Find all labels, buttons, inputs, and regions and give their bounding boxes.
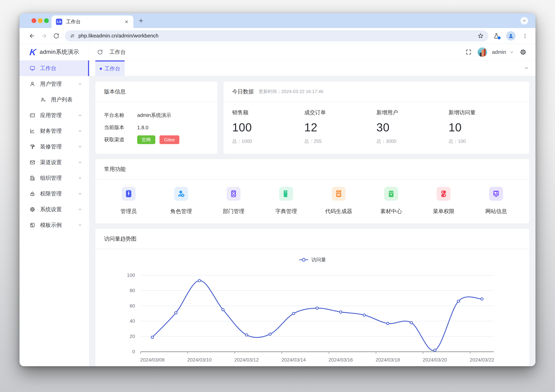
stat-total: 总：1000 — [232, 138, 304, 145]
svg-text:2024/03/18: 2024/03/18 — [376, 357, 400, 363]
channel-button-gitee[interactable]: Gitee — [160, 135, 179, 144]
user-list-icon — [40, 97, 46, 102]
sidebar-item-label: 财务管理 — [40, 127, 73, 135]
site-icon — [489, 187, 503, 201]
reload-button[interactable] — [50, 33, 62, 39]
tab-favicon: LA — [56, 19, 62, 25]
new-tab-button[interactable] — [138, 18, 144, 24]
feature-item-dict[interactable]: 字典管理 — [260, 187, 312, 215]
tag-workbench[interactable]: 工作台 — [95, 60, 125, 76]
chart-legend[interactable]: 访问量 — [95, 249, 529, 263]
stat-value: 30 — [377, 121, 449, 134]
active-tag-dot — [100, 68, 102, 70]
sidebar-item-app[interactable]: 应用管理 — [20, 108, 89, 123]
channel-button-官网[interactable]: 官网 — [137, 135, 155, 144]
active-tag-label: 工作台 — [105, 65, 120, 72]
tab-close-icon[interactable] — [124, 20, 129, 24]
browser-tab-active[interactable]: LA 工作台 — [51, 15, 133, 28]
user-menu-chevron-icon[interactable] — [510, 50, 514, 54]
minimize-window-button[interactable] — [38, 18, 43, 23]
browser-toolbar: php.likeadmin.cn/admin/workbench — [20, 28, 535, 44]
code-icon — [332, 187, 346, 201]
bookmark-star-icon[interactable] — [478, 33, 483, 39]
user-icon — [30, 81, 35, 87]
sidebar-item-label: 渠道设置 — [40, 159, 73, 166]
feature-label: 菜单权限 — [433, 208, 454, 215]
sidebar-item-decorate[interactable]: 装修管理 — [20, 139, 89, 154]
today-stat: 成交订单 12 总：255 — [304, 109, 377, 145]
stat-total: 总：3000 — [377, 138, 449, 145]
feature-item-material[interactable]: 素材中心 — [365, 187, 417, 215]
feature-item-site[interactable]: 网站信息 — [470, 187, 522, 215]
chevron-down-icon — [78, 176, 82, 180]
today-stat: 销售额 100 总：1000 — [232, 109, 304, 145]
feature-label: 字典管理 — [275, 208, 297, 215]
logo-mark: K — [29, 48, 37, 57]
chevron-down-icon — [78, 207, 82, 211]
fullscreen-icon[interactable] — [465, 49, 472, 55]
browser-tab-strip: LA 工作台 — [20, 13, 535, 28]
experiments-flask-icon[interactable] — [493, 33, 500, 39]
app-logo[interactable]: K admin系统演示 — [20, 44, 89, 60]
chevron-down-icon — [78, 129, 82, 133]
lock-icon — [30, 191, 35, 196]
sidebar-item-monitor[interactable]: 工作台 — [20, 60, 89, 76]
sidebar-item-label: 应用管理 — [40, 112, 73, 119]
sidebar-item-label: 模板示例 — [40, 221, 73, 229]
version-row-value: admin系统演示 — [137, 112, 171, 119]
feature-item-dept[interactable]: 部门管理 — [207, 187, 260, 215]
dept-icon — [226, 187, 241, 201]
version-row-value: 1.8.0 — [137, 125, 148, 131]
stat-total: 总：255 — [304, 138, 377, 145]
admin-app: K admin系统演示 工作台 admin 工作台用户管理用户列表应用管理财务管… — [20, 44, 535, 366]
sidebar-item-lock[interactable]: 权限管理 — [20, 186, 89, 202]
settings-gear-icon[interactable] — [520, 49, 526, 55]
sidebar-item-channel[interactable]: 渠道设置 — [20, 154, 89, 170]
feature-item-menu-auth[interactable]: 菜单权限 — [417, 187, 470, 215]
sidebar-item-gear[interactable]: 系统设置 — [20, 202, 89, 217]
url-bar[interactable]: php.likeadmin.cn/admin/workbench — [65, 30, 489, 42]
workbench-content: 版本信息 平台名称admin系统演示当前版本1.8.0获取渠道官网Gitee 今… — [89, 76, 535, 366]
username[interactable]: admin — [492, 49, 506, 55]
forward-button[interactable] — [38, 33, 50, 39]
sidebar-item-label: 组织管理 — [40, 174, 73, 182]
feature-item-admin[interactable]: 管理员 — [102, 187, 155, 215]
user-avatar[interactable] — [478, 47, 487, 57]
stat-label: 成交订单 — [304, 109, 377, 116]
back-button[interactable] — [26, 33, 38, 39]
breadcrumb: 工作台 — [97, 48, 126, 56]
sidebar-item-user-list[interactable]: 用户列表 — [20, 92, 89, 108]
sidebar-nav: 工作台用户管理用户列表应用管理财务管理装修管理渠道设置组织管理权限管理系统设置模… — [20, 60, 89, 366]
refresh-page-icon[interactable] — [97, 49, 103, 55]
visits-trend-card: 访问量趋势图 访问量 0204060801002024/03/082024/03… — [95, 229, 529, 366]
browser-menu-icon[interactable] — [522, 33, 528, 39]
site-settings-icon[interactable] — [70, 33, 75, 38]
sidebar-item-template[interactable]: 模板示例 — [20, 217, 89, 233]
breadcrumb-label: 工作台 — [110, 48, 126, 56]
tag-bar: 工作台 — [89, 60, 535, 76]
svg-text:80: 80 — [130, 288, 135, 293]
sidebar-item-finance[interactable]: 财务管理 — [20, 123, 89, 139]
version-row-label: 平台名称 — [104, 112, 137, 119]
version-info-card: 版本信息 平台名称admin系统演示当前版本1.8.0获取渠道官网Gitee — [95, 81, 217, 154]
close-window-button[interactable] — [32, 18, 36, 23]
flask-notification-dot — [498, 36, 501, 39]
chevron-up-icon — [78, 82, 82, 86]
legend-line-symbol-icon — [299, 257, 308, 262]
tagbar-chevron-down-icon[interactable] — [524, 66, 529, 71]
sidebar-item-label: 权限管理 — [40, 190, 73, 197]
window-controls — [32, 18, 49, 23]
feature-item-code[interactable]: 代码生成器 — [312, 187, 365, 215]
sidebar-item-user[interactable]: 用户管理 — [20, 76, 89, 92]
monitor-icon — [30, 65, 35, 71]
tabstrip-chevron-down-icon[interactable] — [520, 17, 528, 25]
feature-label: 代码生成器 — [325, 208, 352, 215]
stat-value: 12 — [304, 121, 377, 134]
feature-item-role[interactable]: 角色管理 — [155, 187, 207, 215]
org-icon — [30, 175, 35, 181]
browser-profile-avatar[interactable] — [506, 31, 516, 41]
material-icon — [384, 187, 398, 201]
sidebar-item-org[interactable]: 组织管理 — [20, 170, 89, 186]
features-card-title: 常用功能 — [104, 166, 126, 173]
zoom-window-button[interactable] — [44, 18, 49, 23]
